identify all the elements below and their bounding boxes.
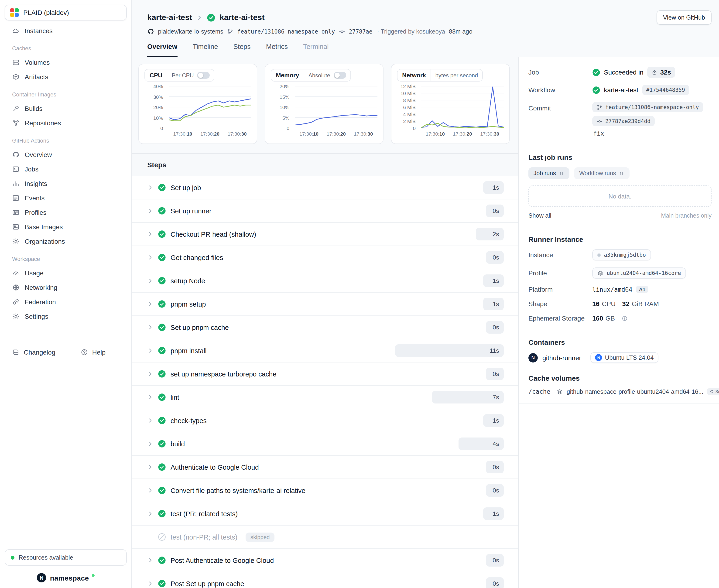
chart-card-network: Networkbytes per second12 MiB10 MiB8 MiB… xyxy=(391,64,510,144)
sidebar-item-label: Profiles xyxy=(25,209,46,216)
runs-tabs: Job runs Workflow runs xyxy=(528,167,712,180)
brand-name: namespace xyxy=(50,574,89,582)
workspace-selector[interactable]: PLAID (plaidev) xyxy=(5,5,127,21)
success-icon xyxy=(158,300,166,308)
commit-branch-chip[interactable]: feature/131086-namespace-only xyxy=(592,102,703,112)
container-avatar: N xyxy=(528,353,538,362)
branch-icon xyxy=(596,104,602,110)
view-on-github-button[interactable]: View on GitHub xyxy=(657,10,712,25)
step-row-checkout-pr-head-shallow[interactable]: Checkout PR head (shallow)2s xyxy=(132,223,518,246)
success-icon xyxy=(158,510,166,518)
tab-metrics[interactable]: Metrics xyxy=(266,43,288,57)
step-row-pnpm-setup[interactable]: pnpm setup1s xyxy=(132,293,518,316)
repo-name[interactable]: plaidev/karte-io-systems xyxy=(158,28,223,35)
skipped-icon xyxy=(158,533,166,541)
gauge-icon xyxy=(12,269,20,276)
sidebar-item-federation[interactable]: Federation xyxy=(5,294,127,309)
sidebar-item-networking[interactable]: Networking xyxy=(5,280,127,294)
step-row-convert-file-paths-to-systems-karte-ai-relative[interactable]: Convert file paths to systems/karte-ai r… xyxy=(132,479,518,502)
stack-icon xyxy=(597,270,604,276)
step-row-setup-node[interactable]: setup Node1s xyxy=(132,269,518,293)
info-icon[interactable] xyxy=(621,315,628,321)
step-row-get-changed-files[interactable]: Get changed files0s xyxy=(132,246,518,269)
profile-label: Profile xyxy=(528,269,592,277)
commit-icon xyxy=(596,118,602,124)
sidebar-item-insights[interactable]: Insights xyxy=(5,176,127,191)
globe-icon xyxy=(12,284,20,291)
cache-volume-name[interactable]: github-namespace-profile-ubuntu2404-amd6… xyxy=(567,388,703,395)
tab-overview[interactable]: Overview xyxy=(147,43,177,57)
step-duration: 4s xyxy=(459,438,504,450)
tab-steps[interactable]: Steps xyxy=(233,43,251,57)
step-row-set-up-namespace-turborepo-cache[interactable]: set up namespace turborepo cache0s xyxy=(132,362,518,386)
step-row-lint[interactable]: lint7s xyxy=(132,386,518,409)
help-link[interactable]: Help xyxy=(80,349,106,356)
workflow-run-id[interactable]: #17544648359 xyxy=(642,85,689,95)
sidebar-item-settings[interactable]: Settings xyxy=(5,309,127,323)
sidebar-item-jobs[interactable]: Jobs xyxy=(5,162,127,176)
sidebar-item-base-images[interactable]: Base Images xyxy=(5,219,127,234)
shape-cpu: 16 xyxy=(592,300,599,308)
chevron-right-icon xyxy=(147,418,153,423)
success-icon xyxy=(158,370,166,378)
metrics-charts: CPUPer CPU40%30%20%10%017:30:1017:30:201… xyxy=(132,57,518,144)
workflow-name[interactable]: karte-ai-test xyxy=(604,86,638,93)
help-icon xyxy=(80,349,88,356)
sidebar-item-artifacts[interactable]: Artifacts xyxy=(5,69,127,84)
changelog-link[interactable]: Changelog xyxy=(12,349,55,356)
profile-chip[interactable]: ubuntu2404-amd64-16core xyxy=(592,268,686,279)
sidebar-item-organizations[interactable]: Organizations xyxy=(5,234,127,248)
step-row-set-up-job[interactable]: Set up job1s xyxy=(132,176,518,200)
success-icon xyxy=(158,486,166,495)
show-all-link[interactable]: Show all xyxy=(528,212,551,219)
step-row-test-non-pr-all-tests[interactable]: test (non-PR; all tests)skipped xyxy=(132,526,518,549)
sidebar-item-instances[interactable]: Instances xyxy=(5,23,127,38)
instance-chip[interactable]: a35knmgj5dtbo xyxy=(592,249,651,260)
step-row-check-types[interactable]: check-types1s xyxy=(132,409,518,433)
step-row-authenticate-to-google-cloud[interactable]: Authenticate to Google Cloud0s xyxy=(132,456,518,479)
step-label: Set up job xyxy=(171,184,201,191)
step-row-build[interactable]: build4s xyxy=(132,433,518,456)
sidebar-item-volumes[interactable]: Volumes xyxy=(5,55,127,69)
chevron-right-icon xyxy=(147,581,153,587)
step-label: Set up pnpm cache xyxy=(171,323,229,331)
idcard-icon xyxy=(12,209,20,216)
chart-card-cpu: CPUPer CPU40%30%20%10%017:30:1017:30:201… xyxy=(139,64,257,144)
sidebar-item-usage[interactable]: Usage xyxy=(5,266,127,280)
sidebar-item-builds[interactable]: Builds xyxy=(5,101,127,115)
y-axis-labels: 20%15%10%5%0 xyxy=(271,86,291,129)
storage-value: 160 xyxy=(592,315,603,322)
step-row-set-up-runner[interactable]: Set up runner0s xyxy=(132,200,518,223)
sidebar-item-repositories[interactable]: Repositories xyxy=(5,115,127,130)
tab-timeline[interactable]: Timeline xyxy=(193,43,218,57)
step-label: Get changed files xyxy=(171,254,223,261)
container-image-chip[interactable]: N Ubuntu LTS 24.04 xyxy=(591,352,658,363)
branch-name[interactable]: feature/131086-namespace-only xyxy=(237,28,335,35)
resources-status[interactable]: Resources available xyxy=(5,549,127,566)
commit-short[interactable]: 27787ae xyxy=(349,28,372,35)
step-row-post-authenticate-to-google-cloud[interactable]: Post Authenticate to Google Cloud0s xyxy=(132,549,518,572)
sidebar-item-profiles[interactable]: Profiles xyxy=(5,205,127,219)
sidebar-item-label: Usage xyxy=(25,269,44,276)
commit-hash-chip[interactable]: 27787ae239d4dd xyxy=(592,116,655,126)
memory-toggle[interactable] xyxy=(333,72,346,79)
step-row-pnpm-install[interactable]: pnpm install11s xyxy=(132,339,518,362)
step-row-set-up-pnpm-cache[interactable]: Set up pnpm cache0s xyxy=(132,316,518,339)
cache-path: /cache xyxy=(528,388,553,395)
step-row-post-set-up-pnpm-cache[interactable]: Post Set up pnpm cache0s xyxy=(132,572,518,588)
image-icon xyxy=(12,223,20,230)
sidebar-item-label: Events xyxy=(25,194,45,202)
tab-terminal[interactable]: Terminal xyxy=(303,43,329,57)
sidebar-item-events[interactable]: Events xyxy=(5,191,127,205)
cpu-toggle[interactable] xyxy=(197,72,210,79)
content: karte-ai-test karte-ai-test View on GitH… xyxy=(132,0,719,588)
workflow-runs-tab[interactable]: Workflow runs xyxy=(574,167,630,180)
chevron-right-icon xyxy=(147,185,153,191)
steps-panel: Steps Set up job1sSet up runner0sCheckou… xyxy=(132,153,518,588)
success-icon xyxy=(158,253,166,261)
sidebar-item-overview[interactable]: Overview xyxy=(5,147,127,162)
step-row-test-pr-related-tests[interactable]: test (PR; related tests)1s xyxy=(132,502,518,526)
job-runs-tab[interactable]: Job runs xyxy=(528,167,569,180)
breadcrumb-parent[interactable]: karte-ai-test xyxy=(147,13,192,22)
sidebar-section-workspace: Workspace xyxy=(12,256,119,262)
